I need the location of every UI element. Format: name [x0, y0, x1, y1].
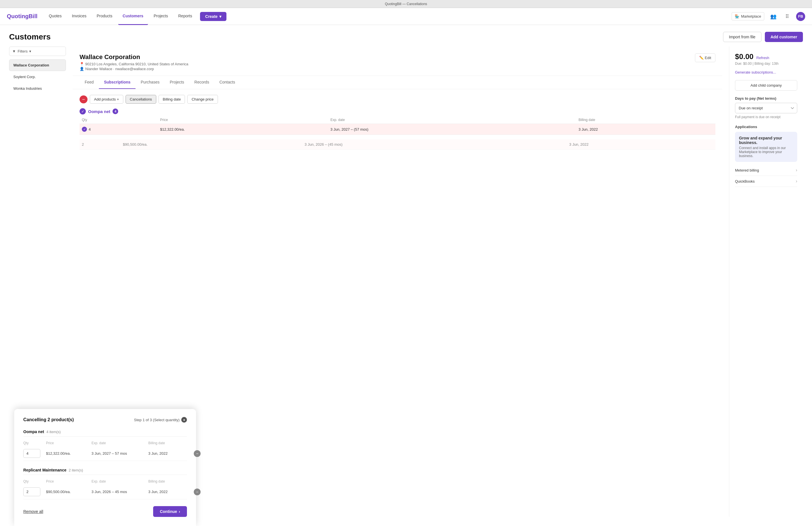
- step-circle: ●: [181, 417, 187, 423]
- billing-date-button[interactable]: Billing date: [159, 95, 185, 104]
- app-item-quickbooks[interactable]: QuickBooks ›: [735, 176, 797, 187]
- app-promo-title: Grow and expand your business.: [739, 136, 793, 145]
- nav-item-quotes[interactable]: Quotes: [44, 8, 66, 25]
- sub-item-oompa: ✓ Oompa net 4 Qty Price Exp. date Billin…: [79, 108, 715, 135]
- tab-projects[interactable]: Projects: [164, 76, 189, 89]
- qty-input-oompa[interactable]: [23, 449, 40, 458]
- edit-button[interactable]: ✏️ Edit: [695, 54, 715, 62]
- net-terms-select[interactable]: Due on receipt: [735, 103, 797, 113]
- modal-row-headers-2: Qty Price Exp. date Billing date: [23, 478, 187, 484]
- nav-item-invoices[interactable]: Invoices: [67, 8, 91, 25]
- import-button[interactable]: Import from file: [723, 32, 762, 42]
- col-billing-date: Billing date: [576, 116, 715, 124]
- cell-exp-date: 3 Jun, 2027 – (57 mos): [328, 124, 576, 135]
- create-button[interactable]: Create ▾: [200, 12, 227, 21]
- tab-contacts[interactable]: Contacts: [214, 76, 240, 89]
- marketplace-label: Marketplace: [741, 14, 761, 18]
- nav-item-projects[interactable]: Projects: [149, 8, 173, 25]
- continue-button[interactable]: Continue ›: [153, 506, 187, 517]
- app-item-metered[interactable]: Metered billing ›: [735, 165, 797, 176]
- table-row: 2 $90,500.00/ea. 3 Jun, 2026 – (45 mos) …: [79, 140, 715, 150]
- right-panel: $0.00 Refresh Due: $0.00 | Billing day: …: [729, 47, 803, 517]
- modal-section-name-oompa: Oompa net: [23, 429, 44, 434]
- main-nav: QuotingBill Quotes Invoices Products Cus…: [0, 8, 812, 25]
- add-child-company-button[interactable]: Add child company: [735, 80, 797, 91]
- modal-row-headers: Qty Price Exp. date Billing date: [23, 440, 187, 446]
- modal-section-replicant: Replicant Maintenance 2 item(s) Qty Pric…: [23, 468, 187, 499]
- customer-list-item-soylent[interactable]: Soylent Corp.: [9, 71, 66, 83]
- customer-list-item-wonka[interactable]: Wonka Industries: [9, 83, 66, 94]
- header-exp-date-2: Exp. date: [91, 479, 148, 483]
- modal-title: Cancelling 2 product(s): [23, 417, 74, 422]
- modal-section-header-oompa: Oompa net 4 item(s): [23, 429, 187, 437]
- balance-row: $0.00 Refresh: [735, 52, 797, 61]
- cell-billing-date: 3 Jun, 2022: [576, 124, 715, 135]
- cancellations-button[interactable]: Cancellations: [126, 95, 156, 104]
- chevron-right-icon: ›: [796, 167, 797, 173]
- marketplace-button[interactable]: 🏪 Marketplace: [731, 12, 764, 20]
- modal-section-oompa: Oompa net 4 item(s) Qty Price Exp. date …: [23, 429, 187, 461]
- browser-title: QuotingBill — Cancellations: [385, 2, 427, 6]
- tab-feed[interactable]: Feed: [79, 76, 99, 89]
- header-action-2: [194, 479, 205, 483]
- logo-part1: Quoting: [7, 13, 29, 19]
- marketplace-icon: 🏪: [735, 14, 739, 18]
- edit-icon: ✏️: [699, 56, 704, 60]
- header-billing-date-2: Billing date: [148, 479, 194, 483]
- modal-step: Step 1 of 3 (Select quantity) ●: [134, 417, 187, 423]
- people-icon[interactable]: 👥: [769, 12, 778, 21]
- net-terms-note: Full payment is due on receipt: [735, 115, 797, 119]
- add-customer-button[interactable]: Add customer: [765, 32, 803, 42]
- remove-subscription-button[interactable]: −: [79, 96, 87, 103]
- modal-row-oompa-1: $12,322.00/ea. 3 Jun, 2027 – 57 mos 3 Ju…: [23, 446, 187, 461]
- cell-billing-date: 3 Jun, 2022: [567, 140, 715, 150]
- remove-all-button[interactable]: Remove all: [23, 509, 43, 514]
- modal-section-count-oompa: 4 item(s): [46, 430, 61, 434]
- grid-icon[interactable]: ⠿: [782, 12, 792, 21]
- header-price-2: Price: [46, 479, 91, 483]
- header-price: Price: [46, 441, 91, 445]
- tab-subscriptions[interactable]: Subscriptions: [99, 76, 135, 89]
- customer-list-item-wallace[interactable]: Wallace Corporation: [9, 59, 66, 71]
- filter-icon: ▼: [12, 49, 16, 54]
- table-row: ✓ 4 $12,322.00/ea. 3 Jun, 2027 – (57 mos…: [79, 124, 715, 135]
- sub-table-replicant: 2 $90,500.00/ea. 3 Jun, 2026 – (45 mos) …: [79, 140, 715, 150]
- filter-chevron-icon: ▾: [29, 49, 31, 54]
- sub-name-oompa: Oompa net: [88, 109, 110, 114]
- customer-header: Wallace Corporation 📍 90210 Los Angeles,…: [73, 47, 722, 76]
- add-products-button[interactable]: Add products +: [90, 95, 123, 104]
- check-icon-oompa: ✓: [79, 108, 86, 115]
- app-name-metered: Metered billing: [735, 168, 759, 172]
- modal-top: Cancelling 2 product(s) Step 1 of 3 (Sel…: [23, 417, 187, 423]
- sub-table-oompa: Qty Price Exp. date Billing date ✓: [79, 116, 715, 135]
- avatar[interactable]: FB: [796, 12, 805, 21]
- price-oompa: $12,322.00/ea.: [46, 451, 91, 456]
- refresh-button[interactable]: Refresh: [756, 56, 769, 60]
- logo-part2: Bill: [29, 13, 38, 19]
- change-price-button[interactable]: Change price: [187, 95, 218, 104]
- balance-amount: $0.00: [735, 52, 753, 61]
- nav-item-customers[interactable]: Customers: [118, 8, 148, 25]
- row-check-icon: ✓: [82, 127, 87, 132]
- page-title: Customers: [9, 32, 50, 42]
- customer-name: Wallace Corporation: [79, 54, 188, 61]
- chevron-right-icon-2: ›: [796, 179, 797, 184]
- qty-input-replicant[interactable]: [23, 487, 40, 496]
- header-qty-2: Qty: [23, 479, 46, 483]
- nav-item-reports[interactable]: Reports: [174, 8, 197, 25]
- nav-right: 🏪 Marketplace 👥 ⠿ FB: [731, 12, 805, 21]
- page-header: Customers Import from file Add customer: [0, 25, 812, 47]
- remove-replicant-button[interactable]: −: [194, 488, 201, 495]
- nav-item-products[interactable]: Products: [92, 8, 117, 25]
- subscription-toolbar: − Add products + Cancellations Billing d…: [79, 95, 715, 104]
- sub-count-oompa: 4: [113, 108, 118, 114]
- filter-bar[interactable]: ▼ Filters ▾: [9, 47, 66, 56]
- generate-subscriptions-button[interactable]: Generate subscriptions...: [735, 68, 797, 77]
- tab-purchases[interactable]: Purchases: [135, 76, 164, 89]
- nav-logo: QuotingBill: [7, 13, 38, 19]
- tab-records[interactable]: Records: [189, 76, 214, 89]
- cell-exp-date: 3 Jun, 2026 – (45 mos): [302, 140, 567, 150]
- remove-oompa-button[interactable]: −: [194, 450, 201, 457]
- create-chevron-icon: ▾: [219, 14, 221, 19]
- continue-label: Continue: [160, 509, 177, 514]
